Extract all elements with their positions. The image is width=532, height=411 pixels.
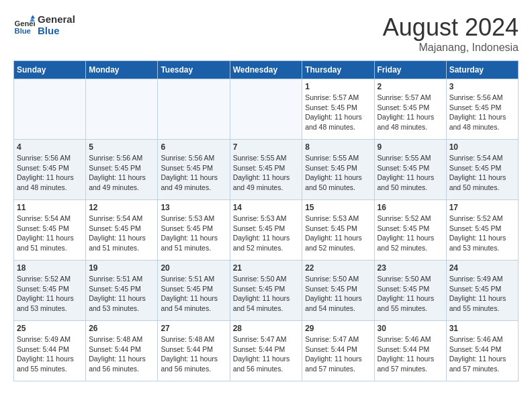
header-sunday: Sunday bbox=[14, 61, 86, 79]
calendar-day-cell: 20Sunrise: 5:51 AM Sunset: 5:45 PM Dayli… bbox=[158, 261, 230, 321]
calendar-day-cell: 28Sunrise: 5:47 AM Sunset: 5:44 PM Dayli… bbox=[230, 321, 302, 381]
day-number: 15 bbox=[305, 203, 371, 212]
day-number: 26 bbox=[89, 324, 154, 333]
page-header: General Blue General Blue August 2024 Ma… bbox=[13, 13, 519, 54]
day-info: Sunrise: 5:53 AM Sunset: 5:45 PM Dayligh… bbox=[305, 214, 371, 253]
calendar-week-row: 11Sunrise: 5:54 AM Sunset: 5:45 PM Dayli… bbox=[14, 200, 519, 261]
logo-general-text: General bbox=[38, 13, 75, 25]
calendar-day-cell: 22Sunrise: 5:50 AM Sunset: 5:45 PM Dayli… bbox=[302, 261, 374, 321]
day-number: 16 bbox=[378, 203, 443, 212]
day-info: Sunrise: 5:53 AM Sunset: 5:45 PM Dayligh… bbox=[233, 214, 300, 253]
day-info: Sunrise: 5:57 AM Sunset: 5:45 PM Dayligh… bbox=[378, 93, 443, 132]
calendar-day-cell: 3Sunrise: 5:56 AM Sunset: 5:45 PM Daylig… bbox=[446, 79, 518, 140]
title-block: August 2024 Majanang, Indonesia bbox=[383, 13, 519, 54]
day-number: 24 bbox=[449, 263, 515, 273]
day-info: Sunrise: 5:50 AM Sunset: 5:45 PM Dayligh… bbox=[305, 274, 371, 314]
calendar-day-cell: 18Sunrise: 5:52 AM Sunset: 5:45 PM Dayli… bbox=[14, 261, 86, 321]
calendar-day-cell: 9Sunrise: 5:55 AM Sunset: 5:45 PM Daylig… bbox=[374, 140, 446, 200]
day-info: Sunrise: 5:51 AM Sunset: 5:45 PM Dayligh… bbox=[89, 274, 154, 314]
calendar-day-cell: 15Sunrise: 5:53 AM Sunset: 5:45 PM Dayli… bbox=[302, 200, 374, 261]
day-info: Sunrise: 5:47 AM Sunset: 5:44 PM Dayligh… bbox=[305, 334, 371, 374]
day-number: 27 bbox=[161, 324, 226, 333]
day-info: Sunrise: 5:48 AM Sunset: 5:44 PM Dayligh… bbox=[161, 334, 226, 374]
day-number: 10 bbox=[449, 142, 515, 152]
calendar-day-cell: 10Sunrise: 5:54 AM Sunset: 5:45 PM Dayli… bbox=[446, 140, 518, 200]
day-number: 30 bbox=[378, 324, 443, 333]
day-info: Sunrise: 5:53 AM Sunset: 5:45 PM Dayligh… bbox=[161, 214, 226, 253]
day-info: Sunrise: 5:55 AM Sunset: 5:45 PM Dayligh… bbox=[233, 153, 300, 193]
day-number: 13 bbox=[161, 203, 226, 212]
day-info: Sunrise: 5:56 AM Sunset: 5:45 PM Dayligh… bbox=[449, 93, 515, 132]
day-number: 14 bbox=[233, 203, 300, 212]
day-number: 3 bbox=[449, 82, 515, 91]
day-info: Sunrise: 5:47 AM Sunset: 5:44 PM Dayligh… bbox=[233, 334, 300, 374]
calendar-table: Sunday Monday Tuesday Wednesday Thursday… bbox=[13, 60, 519, 381]
day-number: 19 bbox=[89, 263, 154, 273]
calendar-week-row: 18Sunrise: 5:52 AM Sunset: 5:45 PM Dayli… bbox=[14, 261, 519, 321]
calendar-week-row: 25Sunrise: 5:49 AM Sunset: 5:44 PM Dayli… bbox=[14, 321, 519, 381]
calendar-day-cell bbox=[86, 79, 158, 140]
header-saturday: Saturday bbox=[446, 61, 518, 79]
day-info: Sunrise: 5:49 AM Sunset: 5:44 PM Dayligh… bbox=[17, 334, 83, 374]
day-number: 17 bbox=[449, 203, 515, 212]
calendar-day-cell: 21Sunrise: 5:50 AM Sunset: 5:45 PM Dayli… bbox=[230, 261, 302, 321]
day-info: Sunrise: 5:48 AM Sunset: 5:44 PM Dayligh… bbox=[89, 334, 154, 374]
header-thursday: Thursday bbox=[302, 61, 374, 79]
day-number: 7 bbox=[233, 142, 300, 152]
calendar-day-cell: 19Sunrise: 5:51 AM Sunset: 5:45 PM Dayli… bbox=[86, 261, 158, 321]
day-number: 12 bbox=[89, 203, 154, 212]
day-number: 2 bbox=[378, 82, 443, 91]
calendar-day-cell: 8Sunrise: 5:55 AM Sunset: 5:45 PM Daylig… bbox=[302, 140, 374, 200]
calendar-day-cell: 11Sunrise: 5:54 AM Sunset: 5:45 PM Dayli… bbox=[14, 200, 86, 261]
calendar-day-cell: 25Sunrise: 5:49 AM Sunset: 5:44 PM Dayli… bbox=[14, 321, 86, 381]
calendar-header-row: Sunday Monday Tuesday Wednesday Thursday… bbox=[14, 61, 519, 79]
calendar-day-cell: 5Sunrise: 5:56 AM Sunset: 5:45 PM Daylig… bbox=[86, 140, 158, 200]
day-info: Sunrise: 5:52 AM Sunset: 5:45 PM Dayligh… bbox=[378, 214, 443, 253]
calendar-day-cell: 24Sunrise: 5:49 AM Sunset: 5:45 PM Dayli… bbox=[446, 261, 518, 321]
day-info: Sunrise: 5:50 AM Sunset: 5:45 PM Dayligh… bbox=[378, 274, 443, 314]
day-info: Sunrise: 5:56 AM Sunset: 5:45 PM Dayligh… bbox=[89, 153, 154, 193]
month-year: August 2024 bbox=[383, 13, 519, 42]
day-info: Sunrise: 5:56 AM Sunset: 5:45 PM Dayligh… bbox=[17, 153, 83, 193]
day-number: 28 bbox=[233, 324, 300, 333]
calendar-day-cell bbox=[158, 79, 230, 140]
day-info: Sunrise: 5:54 AM Sunset: 5:45 PM Dayligh… bbox=[17, 214, 83, 253]
logo-blue-text: Blue bbox=[38, 25, 75, 36]
calendar-day-cell: 13Sunrise: 5:53 AM Sunset: 5:45 PM Dayli… bbox=[158, 200, 230, 261]
day-number: 23 bbox=[378, 263, 443, 273]
calendar-day-cell: 2Sunrise: 5:57 AM Sunset: 5:45 PM Daylig… bbox=[374, 79, 446, 140]
day-info: Sunrise: 5:52 AM Sunset: 5:45 PM Dayligh… bbox=[449, 214, 515, 253]
calendar-day-cell: 31Sunrise: 5:46 AM Sunset: 5:44 PM Dayli… bbox=[446, 321, 518, 381]
header-wednesday: Wednesday bbox=[230, 61, 302, 79]
day-number: 1 bbox=[305, 82, 371, 91]
day-info: Sunrise: 5:50 AM Sunset: 5:45 PM Dayligh… bbox=[233, 274, 300, 314]
calendar-day-cell: 16Sunrise: 5:52 AM Sunset: 5:45 PM Dayli… bbox=[374, 200, 446, 261]
calendar-day-cell: 23Sunrise: 5:50 AM Sunset: 5:45 PM Dayli… bbox=[374, 261, 446, 321]
day-number: 11 bbox=[17, 203, 83, 212]
day-info: Sunrise: 5:54 AM Sunset: 5:45 PM Dayligh… bbox=[449, 153, 515, 193]
calendar-day-cell: 4Sunrise: 5:56 AM Sunset: 5:45 PM Daylig… bbox=[14, 140, 86, 200]
day-info: Sunrise: 5:46 AM Sunset: 5:44 PM Dayligh… bbox=[378, 334, 443, 374]
calendar-day-cell: 12Sunrise: 5:54 AM Sunset: 5:45 PM Dayli… bbox=[86, 200, 158, 261]
calendar-day-cell bbox=[14, 79, 86, 140]
day-number: 29 bbox=[305, 324, 371, 333]
day-number: 21 bbox=[233, 263, 300, 273]
day-info: Sunrise: 5:56 AM Sunset: 5:45 PM Dayligh… bbox=[161, 153, 226, 193]
calendar-day-cell: 6Sunrise: 5:56 AM Sunset: 5:45 PM Daylig… bbox=[158, 140, 230, 200]
location: Majanang, Indonesia bbox=[383, 42, 519, 54]
calendar-day-cell: 27Sunrise: 5:48 AM Sunset: 5:44 PM Dayli… bbox=[158, 321, 230, 381]
day-info: Sunrise: 5:57 AM Sunset: 5:45 PM Dayligh… bbox=[305, 93, 371, 132]
logo: General Blue General Blue bbox=[13, 13, 75, 36]
day-info: Sunrise: 5:54 AM Sunset: 5:45 PM Dayligh… bbox=[89, 214, 154, 253]
day-number: 25 bbox=[17, 324, 83, 333]
calendar-day-cell: 7Sunrise: 5:55 AM Sunset: 5:45 PM Daylig… bbox=[230, 140, 302, 200]
day-number: 5 bbox=[89, 142, 154, 152]
day-number: 31 bbox=[449, 324, 515, 333]
day-number: 20 bbox=[161, 263, 226, 273]
day-info: Sunrise: 5:49 AM Sunset: 5:45 PM Dayligh… bbox=[449, 274, 515, 314]
calendar-day-cell bbox=[230, 79, 302, 140]
day-number: 22 bbox=[305, 263, 371, 273]
day-number: 6 bbox=[161, 142, 226, 152]
day-info: Sunrise: 5:55 AM Sunset: 5:45 PM Dayligh… bbox=[378, 153, 443, 193]
calendar-day-cell: 14Sunrise: 5:53 AM Sunset: 5:45 PM Dayli… bbox=[230, 200, 302, 261]
